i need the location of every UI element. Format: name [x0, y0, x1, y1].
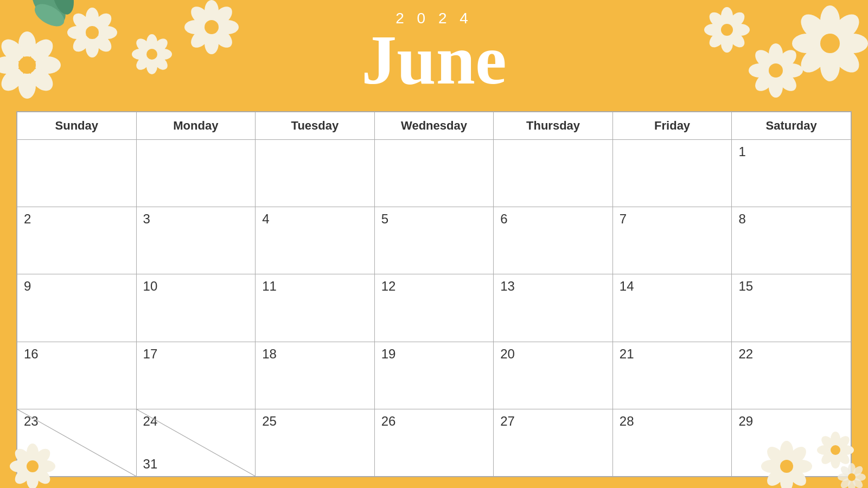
day-num-5: 5	[381, 211, 487, 227]
day-num-15: 15	[738, 279, 844, 294]
day-4: 4	[256, 207, 375, 274]
day-num-29: 29	[738, 414, 844, 429]
svg-point-98	[851, 464, 864, 478]
day-23-30: 23 30	[17, 409, 137, 476]
day-num-17: 17	[143, 346, 249, 362]
week-1: 1	[17, 140, 851, 207]
week-2: 2 3 4 5 6 7 8	[17, 207, 851, 274]
day-num-16: 16	[24, 346, 130, 362]
day-num-28: 28	[620, 414, 725, 429]
calendar-header-row: Sunday Monday Tuesday Wednesday Thursday…	[17, 112, 851, 140]
day-empty-4	[374, 140, 494, 207]
day-7: 7	[612, 207, 732, 274]
day-empty-6	[612, 140, 732, 207]
day-2: 2	[17, 207, 137, 274]
month-label: June	[0, 24, 868, 95]
day-num-12: 12	[381, 279, 487, 294]
day-26: 26	[374, 409, 494, 476]
svg-point-101	[839, 476, 852, 488]
day-25: 25	[256, 409, 375, 476]
page-wrapper: 2 0 2 4 June Sunday Monday Tuesday Wedne…	[0, 0, 868, 488]
col-wednesday: Wednesday	[374, 112, 494, 140]
svg-line-104	[137, 409, 256, 476]
day-num-13: 13	[500, 279, 606, 294]
day-22: 22	[732, 342, 851, 409]
week-3: 9 10 11 12 13 14 15	[17, 274, 851, 342]
day-8: 8	[732, 207, 851, 274]
day-num-14: 14	[620, 279, 725, 294]
day-12: 12	[374, 274, 494, 342]
day-num-2: 2	[24, 211, 130, 227]
day-num-3: 3	[143, 211, 249, 227]
day-10: 10	[136, 274, 256, 342]
day-empty-3	[256, 140, 375, 207]
day-empty-2	[136, 140, 256, 207]
svg-point-96	[854, 473, 866, 481]
day-20: 20	[494, 342, 613, 409]
day-num-6: 6	[500, 211, 606, 227]
day-1: 1	[732, 140, 851, 207]
day-17: 17	[136, 342, 256, 409]
day-21: 21	[612, 342, 732, 409]
day-9: 9	[17, 274, 137, 342]
day-empty-5	[494, 140, 613, 207]
day-16: 16	[17, 342, 137, 409]
day-5: 5	[374, 207, 494, 274]
svg-line-103	[17, 409, 136, 476]
day-num-20: 20	[500, 346, 606, 362]
day-28: 28	[612, 409, 732, 476]
calendar-wrapper: Sunday Monday Tuesday Wednesday Thursday…	[16, 111, 852, 477]
day-num-19: 19	[381, 346, 487, 362]
svg-point-100	[851, 476, 864, 488]
week-5: 23 30 24 31 25 26	[17, 409, 851, 476]
day-num-9: 9	[24, 279, 130, 294]
col-thursday: Thursday	[494, 112, 613, 140]
day-num-7: 7	[620, 211, 725, 227]
day-6: 6	[494, 207, 613, 274]
day-num-1: 1	[738, 144, 844, 159]
day-11: 11	[256, 274, 375, 342]
col-monday: Monday	[136, 112, 256, 140]
day-24-31: 24 31	[136, 409, 256, 476]
col-tuesday: Tuesday	[256, 112, 375, 140]
day-27: 27	[494, 409, 613, 476]
day-num-4: 4	[262, 211, 368, 227]
day-num-21: 21	[620, 346, 725, 362]
col-friday: Friday	[612, 112, 732, 140]
day-num-25: 25	[262, 414, 368, 429]
day-3: 3	[136, 207, 256, 274]
col-sunday: Sunday	[17, 112, 137, 140]
header: 2 0 2 4 June	[0, 0, 868, 95]
day-num-22: 22	[738, 346, 844, 362]
day-num-18: 18	[262, 346, 368, 362]
day-num-26: 26	[381, 414, 487, 429]
day-15: 15	[732, 274, 851, 342]
day-18: 18	[256, 342, 375, 409]
day-19: 19	[374, 342, 494, 409]
day-num-27: 27	[500, 414, 606, 429]
day-14: 14	[612, 274, 732, 342]
day-num-8: 8	[738, 211, 844, 227]
svg-point-95	[848, 479, 856, 488]
day-num-10: 10	[143, 279, 249, 294]
col-saturday: Saturday	[732, 112, 851, 140]
calendar-table: Sunday Monday Tuesday Wednesday Thursday…	[17, 112, 851, 477]
day-29: 29	[732, 409, 851, 476]
day-13: 13	[494, 274, 613, 342]
week-4: 16 17 18 19 20 21 22	[17, 342, 851, 409]
day-num-11: 11	[262, 279, 368, 294]
day-empty-1	[17, 140, 137, 207]
